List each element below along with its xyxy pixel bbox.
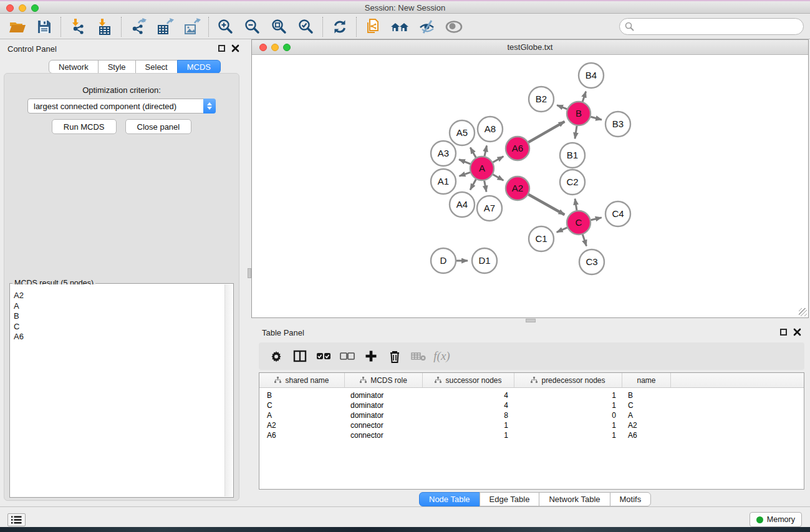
graph-node-D[interactable]: D xyxy=(431,248,456,273)
graph-edge-A-A4[interactable] xyxy=(470,180,476,190)
graph-node-A2[interactable]: A2 xyxy=(506,177,529,200)
table-row[interactable]: Bdominator41B xyxy=(259,390,804,400)
table-row[interactable]: Cdominator41C xyxy=(259,400,804,410)
graph-node-C3[interactable]: C3 xyxy=(579,249,604,274)
result-item[interactable]: C xyxy=(14,322,230,332)
graph-node-B1[interactable]: B1 xyxy=(560,143,585,168)
zoom-in-button[interactable] xyxy=(212,16,239,38)
table-row[interactable]: A2connector11A2 xyxy=(259,420,804,430)
graph-node-B2[interactable]: B2 xyxy=(529,87,554,112)
result-list-scrollbar[interactable] xyxy=(224,284,233,496)
network-graph-canvas[interactable]: AA1A2A3A4A5A6A7A8BB1B2B3B4CC1C2C3C4DD1 xyxy=(252,55,808,317)
graph-node-D1[interactable]: D1 xyxy=(472,248,497,273)
close-panel-button[interactable]: Close panel xyxy=(125,119,192,134)
graph-edge-A-A5[interactable] xyxy=(470,148,476,158)
panel-divider-handle-horizontal[interactable] xyxy=(526,319,536,322)
table-settings-button[interactable] xyxy=(267,346,285,366)
graph-edge-A-A6[interactable] xyxy=(493,157,503,162)
search-input[interactable] xyxy=(637,21,803,33)
clone-network-button[interactable] xyxy=(360,16,387,38)
column-visibility-button[interactable] xyxy=(291,346,309,366)
graph-node-C[interactable]: C xyxy=(567,211,591,235)
result-item[interactable]: A xyxy=(14,301,230,312)
tab-style[interactable]: Style xyxy=(98,60,136,74)
graph-node-B4[interactable]: B4 xyxy=(579,63,604,88)
graph-node-A[interactable]: A xyxy=(470,157,494,180)
mcds-result-list[interactable]: A2ABCA6 xyxy=(11,284,233,496)
search-field[interactable] xyxy=(619,18,804,35)
network-overview-button[interactable] xyxy=(387,16,413,38)
float-panel-icon[interactable] xyxy=(780,329,787,336)
tab-node-table[interactable]: Node Table xyxy=(419,492,480,506)
graph-node-C1[interactable]: C1 xyxy=(529,226,554,251)
export-image-button[interactable] xyxy=(178,16,205,38)
table-row[interactable]: Adominator80A xyxy=(259,410,804,420)
create-column-button[interactable] xyxy=(362,346,380,366)
column-header-predecessor-nodes[interactable]: predecessor nodes xyxy=(514,373,622,387)
tab-select[interactable]: Select xyxy=(135,60,178,74)
graph-edge-B-B3[interactable] xyxy=(591,117,602,120)
graph-edge-C-C4[interactable] xyxy=(591,218,602,220)
column-header-MCDS-role[interactable]: MCDS role xyxy=(345,373,423,387)
refresh-layout-button[interactable] xyxy=(326,16,353,38)
result-item[interactable]: B xyxy=(14,311,230,322)
zoom-out-button[interactable] xyxy=(239,16,266,38)
tab-edge-table[interactable]: Edge Table xyxy=(480,492,540,506)
graph-node-C2[interactable]: C2 xyxy=(560,170,585,195)
graph-edge-A2-C[interactable] xyxy=(528,195,564,215)
graph-edge-A6-B[interactable] xyxy=(528,122,564,142)
column-header-name[interactable]: name xyxy=(622,373,671,387)
result-item[interactable]: A6 xyxy=(14,332,230,342)
delete-column-button[interactable] xyxy=(385,346,403,366)
export-network-button[interactable] xyxy=(125,16,152,38)
import-table-button[interactable] xyxy=(91,16,118,38)
graph-node-B3[interactable]: B3 xyxy=(605,112,630,137)
graph-node-A5[interactable]: A5 xyxy=(450,120,475,145)
show-graphics-details-button[interactable] xyxy=(440,16,467,38)
graph-node-C4[interactable]: C4 xyxy=(605,201,630,226)
graph-edge-B-B4[interactable] xyxy=(582,92,586,102)
close-panel-icon[interactable] xyxy=(793,328,801,336)
graph-edge-A-A7[interactable] xyxy=(485,181,486,192)
save-session-button[interactable] xyxy=(31,16,57,38)
result-item[interactable]: A2 xyxy=(14,291,230,301)
graph-node-A8[interactable]: A8 xyxy=(478,117,503,142)
column-header-successor-nodes[interactable]: successor nodes xyxy=(423,373,514,387)
export-table-button[interactable] xyxy=(152,16,178,38)
open-session-button[interactable] xyxy=(4,16,31,38)
graph-edge-A-A8[interactable] xyxy=(485,145,487,156)
graph-node-A3[interactable]: A3 xyxy=(431,141,456,166)
close-panel-icon[interactable] xyxy=(231,44,239,52)
memory-button[interactable]: Memory xyxy=(750,512,802,527)
tab-mcds[interactable]: MCDS xyxy=(177,60,221,74)
graph-node-B[interactable]: B xyxy=(567,102,591,125)
graph-node-A7[interactable]: A7 xyxy=(477,196,502,221)
zoom-fit-button[interactable] xyxy=(266,16,292,38)
graph-edge-B-B1[interactable] xyxy=(575,126,577,139)
network-window-title-bar[interactable]: testGlobe.txt xyxy=(252,40,808,55)
hide-graphics-details-button[interactable] xyxy=(413,16,440,38)
deselect-all-rows-button[interactable] xyxy=(338,346,356,366)
tab-network-table[interactable]: Network Table xyxy=(539,492,610,506)
graph-node-A6[interactable]: A6 xyxy=(506,137,529,160)
tab-motifs[interactable]: Motifs xyxy=(610,492,652,506)
select-all-rows-button[interactable] xyxy=(314,346,332,366)
task-history-button[interactable] xyxy=(7,513,26,526)
import-network-button[interactable] xyxy=(64,16,91,38)
graph-edge-C-C3[interactable] xyxy=(582,235,586,246)
panel-divider-handle-vertical[interactable] xyxy=(248,268,251,278)
graph-node-A4[interactable]: A4 xyxy=(450,192,475,217)
run-mcds-button[interactable]: Run MCDS xyxy=(52,119,117,134)
zoom-selected-button[interactable] xyxy=(292,16,319,38)
optimization-criterion-dropdown[interactable]: largest connected component (directed) xyxy=(27,99,216,114)
node-table[interactable]: shared nameMCDS rolesuccessor nodesprede… xyxy=(259,372,804,490)
table-row[interactable]: A6connector11A6 xyxy=(259,430,804,440)
graph-edge-A-A2[interactable] xyxy=(493,175,503,180)
graph-edge-C-C1[interactable] xyxy=(557,228,567,232)
graph-edge-A-A3[interactable] xyxy=(459,160,470,164)
graph-edge-B-B2[interactable] xyxy=(557,105,567,109)
window-resize-grip[interactable] xyxy=(799,308,807,316)
float-panel-icon[interactable] xyxy=(218,45,225,52)
graph-edge-C-C2[interactable] xyxy=(575,199,577,211)
column-header-shared-name[interactable]: shared name xyxy=(259,373,345,387)
